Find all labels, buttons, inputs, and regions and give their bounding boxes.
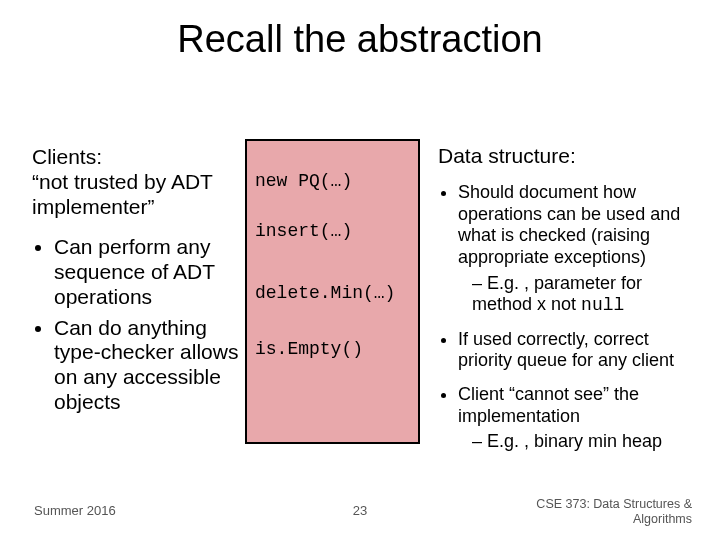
clients-intro: Clients: “not trusted by ADT implementer… bbox=[32, 145, 242, 219]
adt-op-deletemin: delete.Min(…) bbox=[255, 283, 395, 303]
adt-op-new: new PQ(…) bbox=[255, 171, 352, 191]
datastructure-column: Data structure: Should document how oper… bbox=[438, 143, 700, 465]
adt-op-insert: insert(…) bbox=[255, 221, 352, 241]
list-item: Can do anything type-checker allows on a… bbox=[54, 316, 242, 415]
sub-item: E.g. , binary min heap bbox=[472, 431, 700, 453]
sub-text: E.g. , binary min heap bbox=[487, 431, 662, 451]
clients-column: Clients: “not trusted by ADT implementer… bbox=[32, 145, 242, 421]
slide: Recall the abstraction Clients: “not tru… bbox=[0, 0, 720, 540]
list-item: Can perform any sequence of ADT operatio… bbox=[54, 235, 242, 309]
sub-item: E.g. , parameter for method x not null bbox=[472, 273, 700, 317]
datastructure-title: Data structure: bbox=[438, 143, 700, 168]
datastructure-bullets: Should document how operations can be us… bbox=[438, 182, 700, 453]
footer-course: CSE 373: Data Structures & Algorithms bbox=[536, 497, 692, 526]
bullet-text: If used correctly, correct priority queu… bbox=[458, 329, 674, 371]
list-item: Should document how operations can be us… bbox=[458, 182, 700, 317]
adt-box: new PQ(…) insert(…) delete.Min(…) is.Emp… bbox=[245, 139, 420, 444]
adt-op-isempty: is.Empty() bbox=[255, 339, 363, 359]
list-item: Client “cannot see” the implementation E… bbox=[458, 384, 700, 453]
bullet-text: Should document how operations can be us… bbox=[458, 182, 680, 267]
code-null: null bbox=[581, 295, 624, 315]
slide-title: Recall the abstraction bbox=[0, 18, 720, 61]
list-item: If used correctly, correct priority queu… bbox=[458, 329, 700, 372]
clients-bullets: Can perform any sequence of ADT operatio… bbox=[32, 235, 242, 414]
bullet-text: Client “cannot see” the implementation bbox=[458, 384, 639, 426]
